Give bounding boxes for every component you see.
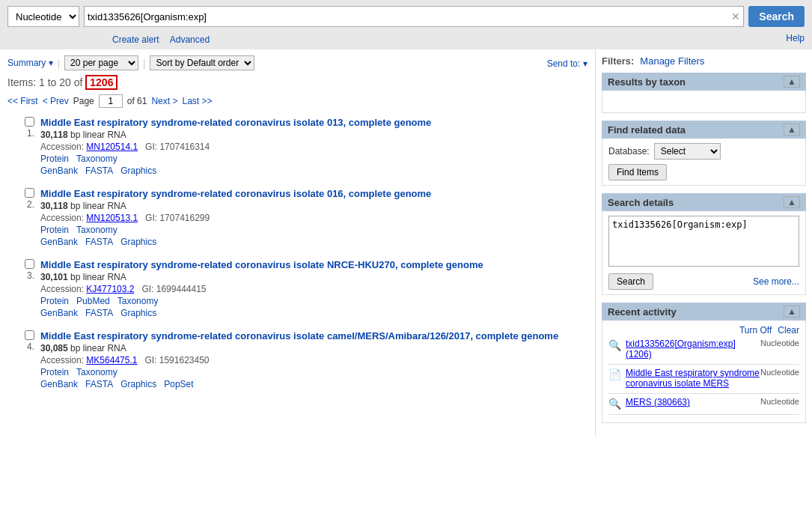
find-items-button[interactable]: Find Items [608, 164, 667, 180]
result-checkbox-col-4: 4. [7, 330, 34, 391]
search-button[interactable]: Search [748, 6, 805, 27]
activity-link-1[interactable]: txid1335626[Organism:exp] (1206) [626, 339, 760, 359]
result-links-3: Protein PubMed Taxonomy [40, 296, 587, 306]
prev-page-link[interactable]: < Prev [43, 96, 69, 106]
graphics-link-3[interactable]: Graphics [120, 308, 156, 318]
activity-header-row: Turn Off Clear [608, 325, 799, 336]
create-alert-link[interactable]: Create alert [112, 34, 159, 45]
search-input[interactable] [88, 11, 731, 22]
search-input-wrap: ✕ [84, 6, 744, 27]
accession-link-4[interactable]: MK564475.1 [86, 355, 137, 365]
related-database-select[interactable]: Select BioProject BioSample Gene Protein [654, 143, 721, 160]
genbank-link-2[interactable]: GenBank [40, 237, 78, 247]
search-details-section: Search details ▲ Search See more... [602, 193, 806, 295]
turn-off-link[interactable]: Turn Off [739, 325, 772, 336]
taxonomy-link-2[interactable]: Taxonomy [76, 225, 117, 235]
filters-label: Filters: [602, 55, 634, 67]
protein-link-3[interactable]: Protein [40, 296, 69, 306]
search-details-footer: Search See more... [608, 273, 799, 290]
result-title-3[interactable]: Middle East respiratory syndrome-related… [40, 259, 483, 270]
page-input[interactable] [99, 94, 123, 108]
next-page-link[interactable]: Next > [151, 96, 177, 106]
last-page-link[interactable]: Last >> [182, 96, 212, 106]
table-row: 1. Middle East respiratory syndrome-rela… [7, 117, 587, 177]
result-checkbox-col-3: 3. [7, 259, 34, 320]
find-related-header: Find related data ▲ [602, 121, 806, 139]
taxonomy-link-3[interactable]: Taxonomy [117, 296, 159, 306]
manage-filters-link[interactable]: Manage Filters [640, 55, 704, 67]
activity-link-2[interactable]: Middle East respiratory syndrome coronav… [626, 368, 760, 389]
result-bp-3: 30,101 [40, 272, 68, 282]
activity-row-3: MERS (380663) Nucleotide [626, 397, 799, 407]
find-related-collapse-btn[interactable]: ▲ [784, 124, 800, 136]
taxonomy-link-4[interactable]: Taxonomy [76, 367, 117, 377]
find-related-title: Find related data [608, 124, 686, 136]
first-page-link[interactable]: << First [7, 96, 38, 106]
accession-link-2[interactable]: MN120513.1 [86, 213, 138, 223]
clear-search-icon[interactable]: ✕ [731, 10, 740, 22]
protein-link-1[interactable]: Protein [40, 154, 69, 164]
result-format-links-3: GenBank FASTA Graphics [40, 308, 587, 318]
protein-link-2[interactable]: Protein [40, 225, 69, 235]
result-number-1: 1. [27, 128, 34, 139]
pubmed-link-3[interactable]: PubMed [76, 296, 110, 306]
recent-activity-section: Recent activity ▲ Turn Off Clear 🔍 txid1… [602, 303, 806, 423]
accession-link-3[interactable]: KJ477103.2 [86, 284, 134, 294]
send-to-button[interactable]: Send to: [547, 58, 581, 69]
result-type-4: bp linear RNA [70, 343, 126, 353]
search-details-search-btn[interactable]: Search [608, 273, 653, 290]
pagination: << First < Prev Page of 61 Next > Last >… [7, 94, 587, 108]
result-checkbox-4[interactable] [25, 330, 34, 340]
divider-2 [608, 393, 799, 394]
result-checkbox-3[interactable] [25, 259, 34, 269]
table-row: 2. Middle East respiratory syndrome-rela… [7, 188, 587, 249]
send-to-arrow[interactable]: ▾ [583, 58, 587, 69]
fasta-link-4[interactable]: FASTA [85, 379, 113, 389]
fasta-link-1[interactable]: FASTA [85, 166, 113, 176]
divider-1 [608, 364, 799, 365]
result-number-4: 4. [27, 342, 34, 352]
search-details-header: Search details ▲ [602, 193, 806, 211]
sidebar: Filters: Manage Filters Results by taxon… [595, 49, 812, 437]
graphics-link-4[interactable]: Graphics [120, 379, 156, 389]
see-more-link[interactable]: See more... [753, 276, 799, 287]
result-accession-4: Accession: MK564475.1 GI: 1591623450 [40, 355, 587, 365]
database-select[interactable]: Nucleotide Protein Gene Genome PubMed [7, 6, 79, 27]
help-link[interactable]: Help [786, 33, 805, 43]
search-details-collapse-btn[interactable]: ▲ [784, 196, 800, 208]
recent-activity-collapse-btn[interactable]: ▲ [784, 306, 800, 318]
graphics-link-2[interactable]: Graphics [120, 237, 156, 247]
result-title-1[interactable]: Middle East respiratory syndrome-related… [40, 117, 431, 128]
fasta-link-2[interactable]: FASTA [85, 237, 113, 247]
result-meta-3: 30,101 bp linear RNA [40, 272, 587, 282]
genbank-link-4[interactable]: GenBank [40, 379, 78, 389]
protein-link-4[interactable]: Protein [40, 367, 69, 377]
advanced-link[interactable]: Advanced [170, 34, 210, 45]
per-page-select[interactable]: 20 per page 5 per page 10 per page 50 pe… [64, 55, 138, 70]
sort-select[interactable]: Sort by Default order Sort by Date (rece… [150, 55, 254, 70]
result-checkbox-col-2: 2. [7, 188, 34, 249]
graphics-link-1[interactable]: Graphics [120, 166, 156, 176]
genbank-link-1[interactable]: GenBank [40, 166, 78, 176]
activity-db-2: Nucleotide [760, 368, 799, 389]
result-checkbox-1[interactable] [25, 117, 34, 127]
popset-link-4[interactable]: PopSet [164, 379, 193, 389]
results-by-taxon-collapse-btn[interactable]: ▲ [784, 76, 800, 88]
activity-link-3[interactable]: MERS (380663) [626, 397, 690, 407]
taxonomy-link-1[interactable]: Taxonomy [76, 154, 117, 164]
toolbar: Summary ▾ | 20 per page 5 per page 10 pe… [7, 55, 587, 70]
result-links-4: Protein Taxonomy [40, 367, 587, 377]
result-title-2[interactable]: Middle East respiratory syndrome-related… [40, 188, 431, 199]
recent-activity-title: Recent activity [608, 306, 677, 318]
search-details-textarea[interactable] [608, 216, 799, 267]
result-number-3: 3. [27, 270, 34, 281]
result-gi-2: GI: 1707416299 [145, 213, 210, 223]
summary-button[interactable]: Summary ▾ [7, 58, 53, 68]
fasta-link-3[interactable]: FASTA [85, 308, 113, 318]
result-title-4[interactable]: Middle East respiratory syndrome-related… [40, 330, 558, 342]
accession-link-1[interactable]: MN120514.1 [86, 142, 138, 152]
result-checkbox-2[interactable] [25, 188, 34, 198]
genbank-link-3[interactable]: GenBank [40, 308, 78, 318]
activity-db-1: Nucleotide [760, 339, 799, 359]
clear-activity-link[interactable]: Clear [778, 325, 799, 336]
